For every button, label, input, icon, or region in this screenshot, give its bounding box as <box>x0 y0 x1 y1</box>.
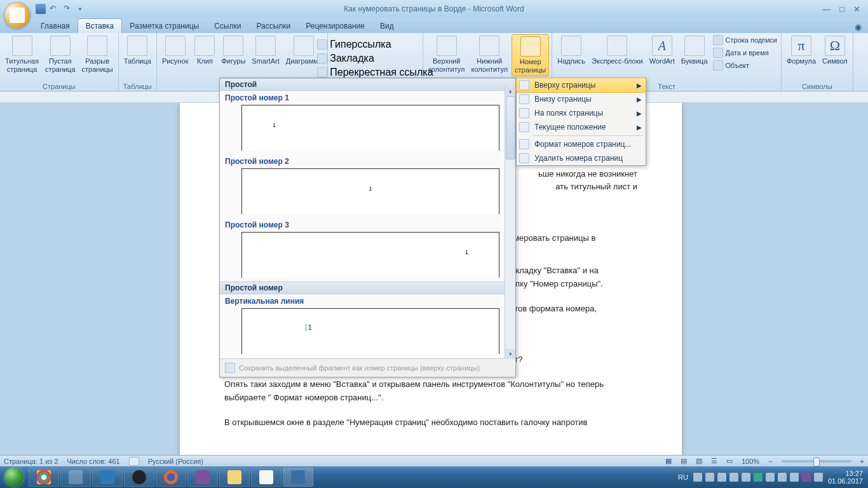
object-button[interactable]: Объект <box>712 60 778 71</box>
group-symbols: πФормула ΩСимвол Символы <box>782 33 853 91</box>
qat-dropdown-icon[interactable]: ▼ <box>78 6 83 12</box>
status-language[interactable]: Русский (Россия) <box>148 458 203 465</box>
zoom-in-button[interactable]: + <box>860 458 864 465</box>
menu-item-current-position[interactable]: Текущее положение▶ <box>517 120 646 134</box>
gallery-item-label[interactable]: Вертикальная линия <box>220 294 515 307</box>
footer-button[interactable]: Нижний колонтитул <box>468 34 510 75</box>
zoom-slider[interactable] <box>782 460 851 463</box>
menu-item-remove-page-numbers[interactable]: Удалить номера страниц <box>517 151 646 165</box>
blank-page-button[interactable]: Пустая страница <box>43 34 78 75</box>
smartart-button[interactable]: SmartArt <box>249 34 281 67</box>
taskbar-item[interactable] <box>251 468 281 487</box>
taskbar-item[interactable] <box>187 468 218 487</box>
page-break-icon <box>87 36 107 56</box>
undo-icon[interactable]: ↶ <box>50 4 60 14</box>
taskbar-item[interactable] <box>283 468 313 487</box>
tray-icon[interactable] <box>766 473 775 482</box>
wordart-button[interactable]: AWordArt <box>647 34 677 67</box>
page-break-button[interactable]: Разрыв страницы <box>79 34 116 75</box>
shapes-button[interactable]: Фигуры <box>219 34 248 67</box>
table-button[interactable]: Таблица <box>121 34 154 67</box>
scroll-thumb[interactable] <box>506 96 515 159</box>
tab-references[interactable]: Ссылки <box>207 19 248 33</box>
save-icon[interactable] <box>36 4 46 14</box>
picture-button[interactable]: Рисунок <box>159 34 191 67</box>
tab-view[interactable]: Вид <box>372 19 402 33</box>
taskbar-item[interactable] <box>219 468 250 487</box>
redo-icon[interactable]: ↷ <box>64 4 74 14</box>
taskbar-item[interactable] <box>60 468 91 487</box>
zoom-level[interactable]: 100% <box>742 458 759 465</box>
page-number-gallery: Простой Простой номер 1 1 Простой номер … <box>219 78 516 377</box>
tray-icon[interactable] <box>717 473 726 482</box>
dropcap-button[interactable]: Буквица <box>679 34 710 67</box>
view-outline-icon[interactable]: ☰ <box>711 457 717 465</box>
textbox-button[interactable]: Надпись <box>555 34 588 67</box>
menu-item-page-margins[interactable]: На полях страницы▶ <box>517 106 646 120</box>
clipart-icon <box>194 36 215 56</box>
tray-volume-icon[interactable] <box>790 473 799 482</box>
view-web-layout-icon[interactable]: ▧ <box>696 457 702 465</box>
gallery-scrollbar[interactable]: ▴ ▾ <box>505 86 515 359</box>
gallery-item-preview[interactable]: 1 <box>241 308 499 354</box>
maximize-button[interactable]: □ <box>839 4 844 14</box>
cover-page-button[interactable]: Титульная страница <box>3 34 41 75</box>
bookmark-button[interactable]: Закладка <box>316 52 376 65</box>
taskbar-item[interactable] <box>124 468 154 487</box>
tray-language[interactable]: RU <box>678 473 688 481</box>
gallery-item-label[interactable]: Простой номер 2 <box>220 154 515 167</box>
view-print-layout-icon[interactable]: ▦ <box>665 457 672 465</box>
tab-mailings[interactable]: Рассылки <box>248 19 298 33</box>
page-number-button[interactable]: Номер страницы <box>512 34 549 76</box>
paint-icon <box>69 470 83 484</box>
tray-icon[interactable] <box>742 473 750 482</box>
gallery-item-label[interactable]: Простой номер 1 <box>220 91 515 104</box>
tray-icon[interactable] <box>705 473 714 482</box>
hyperlink-button[interactable]: Гиперссылка <box>316 38 392 51</box>
gallery-item-preview[interactable]: 1 <box>241 232 499 278</box>
gallery-item-preview[interactable]: 1 <box>241 168 499 214</box>
date-time-button[interactable]: Дата и время <box>712 47 778 58</box>
start-button[interactable] <box>0 466 28 488</box>
tab-insert[interactable]: Вставка <box>78 18 123 33</box>
view-draft-icon[interactable]: ▭ <box>726 457 733 465</box>
close-button[interactable]: ✕ <box>853 4 860 14</box>
tab-review[interactable]: Рецензирование <box>298 19 372 33</box>
menu-item-top-of-page[interactable]: Вверху страницы▶ <box>516 78 646 93</box>
tray-clock[interactable]: 13:27 01.06.2017 <box>828 470 863 485</box>
menu-item-format-page-numbers[interactable]: Формат номеров страниц... <box>517 137 646 151</box>
taskbar-item[interactable] <box>92 468 123 487</box>
gallery-item-label[interactable]: Простой номер 3 <box>220 218 515 231</box>
taskbar-item[interactable] <box>156 468 186 487</box>
quickparts-button[interactable]: Экспресс-блоки <box>589 34 646 67</box>
clipart-button[interactable]: Клип <box>192 34 217 67</box>
spellcheck-icon[interactable] <box>129 457 139 466</box>
gallery-footer[interactable]: Сохранить выделенный фрагмент как номер … <box>220 358 515 377</box>
tray-icon[interactable] <box>814 473 823 482</box>
view-full-screen-icon[interactable]: ▤ <box>681 457 687 465</box>
equation-button[interactable]: πФормула <box>784 34 818 67</box>
office-button[interactable] <box>4 2 31 29</box>
chart-icon <box>294 36 314 56</box>
tray-icon[interactable] <box>729 473 738 482</box>
tray-icon[interactable] <box>802 473 811 482</box>
minimize-button[interactable]: — <box>822 4 831 14</box>
scroll-down-icon[interactable]: ▾ <box>505 349 515 359</box>
header-button[interactable]: Верхний колонтитул <box>426 34 468 75</box>
tab-home[interactable]: Главная <box>33 19 78 33</box>
tray-network-icon[interactable] <box>778 473 787 482</box>
tab-page-layout[interactable]: Разметка страницы <box>122 19 207 33</box>
help-icon[interactable]: ◉ <box>848 21 868 33</box>
symbol-button[interactable]: ΩСимвол <box>820 34 850 67</box>
cross-reference-button[interactable]: Перекрестная ссылка <box>316 66 434 79</box>
signature-line-button[interactable]: Строка подписи <box>712 34 778 46</box>
status-page[interactable]: Страница: 1 из 2 <box>4 458 58 465</box>
status-word-count[interactable]: Число слов: 461 <box>67 458 120 465</box>
scroll-up-icon[interactable]: ▴ <box>505 86 515 96</box>
taskbar-item[interactable] <box>29 468 59 487</box>
tray-icon[interactable] <box>693 473 702 482</box>
gallery-item-preview[interactable]: 1 <box>241 105 499 151</box>
tray-bluetooth-icon[interactable] <box>754 473 763 482</box>
menu-item-bottom-of-page[interactable]: Внизу страницы▶ <box>517 92 646 106</box>
zoom-out-button[interactable]: − <box>768 458 772 465</box>
